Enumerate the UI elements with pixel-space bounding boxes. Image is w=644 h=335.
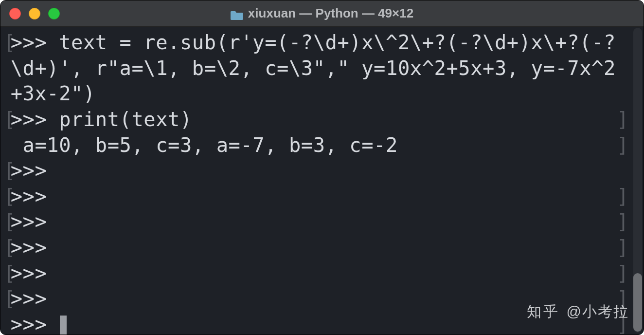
terminal-line: >>>	[3, 261, 641, 286]
terminal-window: xiuxuan — Python — 49×12 >>> text = re.s…	[0, 0, 644, 335]
terminal-text: >>>	[3, 184, 641, 209]
terminal-text: >>>	[3, 158, 641, 184]
terminal-prompt: >>>	[11, 313, 59, 335]
titlebar: xiuxuan — Python — 49×12	[0, 0, 644, 27]
folder-icon	[231, 8, 243, 19]
window-title: xiuxuan — Python — 49×12	[248, 6, 413, 21]
terminal-output-line: a=10, b=5, c=3, a=-7, b=3, c=-2	[3, 132, 641, 158]
terminal-line: >>>	[3, 209, 641, 235]
close-button[interactable]	[9, 8, 21, 19]
cursor	[60, 316, 67, 335]
watermark: 知乎 @小考拉	[527, 302, 629, 322]
terminal-body[interactable]: >>> text = re.sub(r'y=(-?\d+)x\^2\+?(-?\…	[0, 27, 644, 335]
minimize-button[interactable]	[29, 8, 40, 19]
terminal-text: >>>	[3, 209, 641, 235]
terminal-text: >>>	[3, 261, 641, 286]
terminal-text: >>> print(text)	[3, 107, 641, 132]
terminal-line: >>>	[3, 184, 641, 209]
watermark-handle: @小考拉	[567, 302, 629, 322]
terminal-text: >>>	[3, 235, 641, 261]
terminal-line: >>> print(text)	[3, 107, 641, 132]
window-title-group: xiuxuan — Python — 49×12	[231, 6, 413, 21]
watermark-brand: 知乎	[527, 302, 560, 322]
terminal-line: >>>	[3, 158, 641, 184]
traffic-lights	[9, 8, 60, 19]
scrollbar-thumb[interactable]	[633, 273, 642, 332]
terminal-line: >>>	[3, 235, 641, 261]
terminal-text: >>> text = re.sub(r'y=(-?\d+)x\^2\+?(-?\…	[3, 30, 641, 107]
terminal-text: a=10, b=5, c=3, a=-7, b=3, c=-2	[3, 132, 641, 158]
terminal-line: >>> text = re.sub(r'y=(-?\d+)x\^2\+?(-?\…	[3, 30, 641, 107]
maximize-button[interactable]	[48, 8, 60, 19]
